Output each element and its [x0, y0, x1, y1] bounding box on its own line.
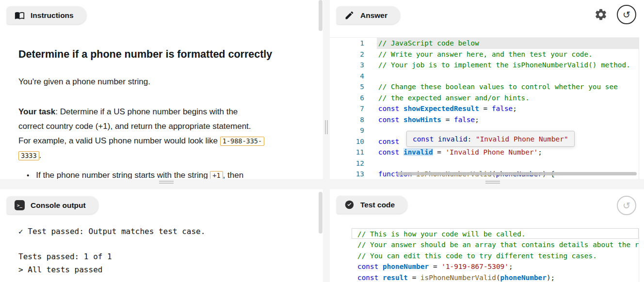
- code-text: // the expected answer and/or hints.: [377, 93, 639, 104]
- code-line[interactable]: const phoneNumber = '1-919-867-5309';: [352, 261, 639, 271]
- task-period: .: [39, 151, 42, 160]
- code-token: ;: [509, 263, 513, 270]
- code-line[interactable]: 3// Your job is to implement the isPhone…: [330, 60, 639, 71]
- code-token: phoneNumber: [500, 274, 547, 282]
- code-text: [377, 71, 639, 82]
- code-token: isPhoneNumberValid: [420, 274, 496, 282]
- code-line[interactable]: 12: [330, 158, 639, 169]
- exercise-title: Determine if a phone number is formatted…: [18, 48, 272, 61]
- code-line[interactable]: const result = isPhoneNumberValid(phoneN…: [352, 272, 639, 282]
- answer-hscrollbar-thumb[interactable]: [397, 172, 637, 175]
- horizontal-splitter-handle-right[interactable]: [485, 181, 500, 184]
- test-reset-button[interactable]: ↺: [617, 196, 636, 215]
- code-token: phoneNumber: [383, 263, 429, 270]
- code-token: result: [383, 274, 408, 282]
- code-token: showHints: [403, 116, 441, 124]
- instructions-panel: Instructions Determine if a phone number…: [0, 0, 323, 179]
- code-token: // This is how your code will be called.: [357, 230, 526, 238]
- vertical-splitter[interactable]: [323, 0, 330, 282]
- code-line[interactable]: 7const showExpectedResult = false;: [330, 103, 639, 114]
- line-number: 4: [330, 71, 377, 82]
- code-line[interactable]: // You can edit this code to try differe…: [352, 250, 639, 261]
- code-line[interactable]: // Your answer should be an array that c…: [352, 239, 639, 250]
- bullet-text-suffix: , then: [223, 171, 244, 179]
- code-token: // You can edit this code to try differe…: [357, 252, 597, 260]
- code-token: const: [378, 138, 399, 145]
- line-number: 5: [330, 81, 377, 93]
- code-token: invalid: [403, 148, 433, 156]
- code-token: :: [467, 135, 476, 143]
- vertical-splitter-handle[interactable]: [325, 120, 328, 134]
- horizontal-splitter-handle-left[interactable]: [159, 181, 174, 184]
- code-line[interactable]: // This is how your code will be called.: [352, 228, 639, 239]
- answer-code-editor[interactable]: 1// JavaScript code below2// Write your …: [330, 37, 639, 179]
- code-token: // Change these boolean values to contro…: [378, 83, 618, 91]
- code-token: ;: [513, 105, 517, 112]
- code-text: // JavaScript code below: [377, 38, 639, 49]
- task-label: Your task: [18, 107, 55, 116]
- code-line[interactable]: 2// Write your answer here, and then tes…: [330, 49, 639, 60]
- console-tests-passed: Tests passed: 1 of 1: [18, 252, 112, 261]
- code-line[interactable]: 11const invalid = 'Invalid Phone Number'…: [330, 147, 639, 158]
- code-text: const phoneNumber = '1-919-867-5309';: [352, 261, 639, 271]
- task-text-2: correct country code (+1), and return th…: [18, 122, 251, 131]
- code-token: 'Invalid Phone Number': [446, 148, 538, 156]
- code-token: // the expected answer and/or hints.: [378, 94, 530, 102]
- code-token: false: [454, 116, 475, 124]
- app-screen: Instructions Determine if a phone number…: [0, 0, 644, 282]
- settings-button[interactable]: [594, 8, 608, 21]
- code-line[interactable]: 5// Change these boolean values to contr…: [330, 81, 639, 93]
- inline-code-phone-1: 1-988-335-: [220, 137, 264, 146]
- code-line[interactable]: 8const showHints = false;: [330, 114, 639, 125]
- gear-icon: [594, 8, 608, 21]
- horizontal-splitter[interactable]: [0, 179, 644, 189]
- hover-tooltip: const invalid: "Invalid Phone Number": [406, 131, 575, 147]
- code-token: // Write your answer here, and then test…: [378, 50, 593, 58]
- task-text-1: : Determine if a US phone number begins …: [55, 107, 238, 116]
- test-code-editor[interactable]: // This is how your code will be called.…: [352, 228, 639, 282]
- line-number: 1: [330, 38, 377, 49]
- code-line[interactable]: 6// the expected answer and/or hints.: [330, 93, 639, 104]
- check-circle-icon: [344, 200, 354, 210]
- line-number: 12: [330, 158, 377, 169]
- code-token: '1-919-867-5309': [441, 263, 509, 270]
- code-text: // Change these boolean values to contro…: [377, 81, 639, 93]
- code-text: // You can edit this code to try differe…: [352, 250, 639, 261]
- clipped-bullet-item: •If the phone number string starts with …: [27, 171, 243, 179]
- tooltip-content: const invalid: "Invalid Phone Number": [413, 135, 568, 143]
- code-text: // This is how your code will be called.: [352, 228, 639, 239]
- code-token: showExpectedResult: [403, 105, 479, 112]
- answer-reset-button[interactable]: ↺: [617, 5, 636, 24]
- console-panel: >_ Console output ✓ Test passed: Output …: [0, 189, 323, 282]
- code-line[interactable]: 1// JavaScript code below: [330, 38, 639, 49]
- code-token: false: [492, 105, 513, 112]
- code-token: "Invalid Phone Number": [476, 135, 568, 143]
- code-token: // Your answer should be an array that c…: [357, 241, 639, 249]
- intro-paragraph: You're given a phone number string.: [18, 77, 150, 87]
- line-number: 13: [330, 169, 377, 179]
- line-number: 2: [330, 49, 377, 60]
- code-token: ;: [538, 148, 542, 156]
- code-token: =: [441, 116, 454, 124]
- line-number: 11: [330, 147, 377, 158]
- code-text: // Write your answer here, and then test…: [377, 49, 639, 60]
- code-token: const: [413, 135, 438, 143]
- code-line[interactable]: 4: [330, 71, 639, 82]
- console-test-result: ✓ Test passed: Output matches test case.: [18, 227, 205, 236]
- tab-answer-label: Answer: [360, 11, 387, 20]
- terminal-icon: >_: [15, 200, 25, 210]
- instructions-scrollbar-thumb[interactable]: [319, 0, 322, 31]
- code-token: // Your job is to implement the isPhoneN…: [378, 61, 630, 69]
- console-scrollbar-thumb[interactable]: [319, 192, 322, 234]
- code-token: const: [357, 274, 383, 282]
- code-text: const showExpectedResult = false;: [377, 103, 639, 114]
- reset-icon: ↺: [623, 9, 630, 20]
- line-number: 7: [330, 103, 377, 114]
- task-text-3: For example, a valid US phone number wou…: [18, 136, 220, 145]
- code-text: // Your answer should be an array that c…: [352, 239, 639, 250]
- code-token: =: [429, 263, 441, 270]
- line-number: 3: [330, 60, 377, 71]
- code-token: invalid: [438, 135, 467, 143]
- code-token: );: [547, 274, 555, 282]
- line-number: 9: [330, 125, 377, 136]
